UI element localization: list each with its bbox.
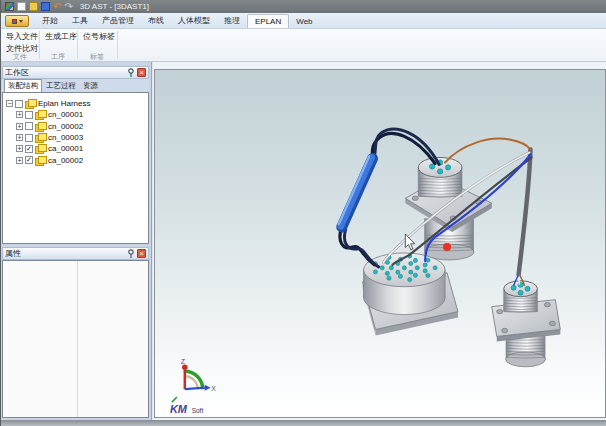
collapse-icon[interactable]: − [6, 100, 13, 107]
close-icon[interactable]: × [137, 68, 146, 77]
tab-eplan[interactable]: EPLAN [247, 14, 289, 28]
assembly-tree: − Eplan Harness + cn_00001 + [2, 92, 149, 244]
left-dock: 工作区 × 装配结构 工艺过程 资源 − Eplan Harness [1, 62, 152, 420]
tree-label: Eplan Harness [38, 99, 90, 108]
checkbox[interactable]: ✓ [25, 145, 33, 153]
axis-x-arrow [185, 388, 205, 389]
column-divider [77, 261, 78, 417]
properties-panel: 属性 × [2, 247, 149, 418]
part-icon [25, 99, 36, 108]
properties-panel-title: 属性 [5, 248, 125, 259]
tree-row[interactable]: + cn_00002 [3, 121, 148, 132]
checkbox[interactable] [15, 100, 23, 108]
tree-row-root[interactable]: − Eplan Harness [3, 98, 148, 109]
workspace-panel-header: 工作区 × [2, 66, 149, 79]
expand-icon[interactable]: + [16, 145, 23, 152]
tree-row[interactable]: + cn_00001 [3, 109, 148, 120]
expand-icon[interactable]: + [16, 123, 23, 130]
window-title: 3D AST - [3DAST1] [80, 2, 149, 11]
chevron-down-icon [19, 20, 23, 23]
ribbon-tab-bar: 开始 工具 产品管理 布线 人体模型 推理 EPLAN Web [1, 13, 606, 29]
tag-label-button[interactable]: 位号标签 [80, 30, 118, 43]
group-label-process: 工序 [39, 52, 77, 62]
tree-row[interactable]: + ✓ ca_00001 [3, 143, 148, 154]
expand-icon[interactable]: + [16, 157, 23, 164]
ribbon-body: 导入文件 文件比对 生成工序 位号标签 文件 工序 标签 [1, 29, 606, 62]
workspace-tabs: 装配结构 工艺过程 资源 [2, 79, 149, 92]
tab-tools[interactable]: 工具 [65, 13, 95, 28]
checkbox[interactable]: ✓ [25, 156, 33, 164]
undo-icon[interactable]: ↶ [53, 2, 61, 11]
tab-resources[interactable]: 资源 [80, 80, 101, 92]
part-icon [35, 110, 46, 119]
part-icon [35, 133, 46, 142]
tab-human-model[interactable]: 人体模型 [171, 13, 217, 28]
axis-z-label: Z [181, 358, 186, 365]
part-icon [35, 122, 46, 131]
save-icon[interactable] [41, 2, 50, 11]
tab-reasoning[interactable]: 推理 [217, 13, 247, 28]
app-icon [5, 2, 14, 11]
redo-icon[interactable]: ↷ [64, 2, 72, 11]
logo-km: KM [170, 403, 188, 415]
window-bottom-edge [1, 420, 606, 426]
part-icon [35, 144, 46, 153]
cable-wire-white [519, 275, 520, 285]
tree-label: cn_00003 [48, 133, 83, 142]
workspace-panel-title: 工作区 [5, 67, 125, 78]
client-area: 工作区 × 装配结构 工艺过程 资源 − Eplan Harness [1, 62, 606, 420]
properties-panel-header: 属性 × [2, 247, 149, 260]
axis-z-ball [182, 365, 188, 371]
tab-start[interactable]: 开始 [35, 13, 65, 28]
tree-label: cn_00001 [48, 110, 83, 119]
part-icon [35, 156, 46, 165]
app-menu-icon [12, 19, 17, 24]
pin-icon[interactable] [127, 68, 135, 78]
tab-product-management[interactable]: 产品管理 [95, 13, 141, 28]
expand-icon[interactable]: + [16, 111, 23, 118]
tree-label: cn_00002 [48, 122, 83, 131]
tab-assembly-structure[interactable]: 装配结构 [4, 79, 42, 92]
group-label-tag: 标签 [77, 52, 117, 62]
close-icon[interactable]: × [137, 249, 146, 258]
group-label-file: 文件 [1, 52, 39, 62]
viewport-frame: Z X KM Soft [154, 69, 606, 418]
title-bar: ↶ ↷ 3D AST - [3DAST1] [1, 0, 606, 13]
checkbox[interactable] [25, 111, 33, 119]
app-menu-button[interactable] [5, 15, 29, 27]
tab-process[interactable]: 工艺过程 [43, 80, 79, 92]
logo-soft: Soft [192, 407, 204, 414]
workspace-panel: 工作区 × 装配结构 工艺过程 资源 − Eplan Harness [2, 66, 149, 244]
ribbon-separator [117, 31, 118, 59]
tab-web[interactable]: Web [289, 15, 319, 28]
app-window: ↶ ↷ 3D AST - [3DAST1] 开始 工具 产品管理 布线 人体模型… [0, 0, 606, 426]
open-folder-icon[interactable] [29, 2, 38, 11]
expand-icon[interactable]: + [16, 134, 23, 141]
tree-label: ca_00001 [48, 144, 83, 153]
properties-grid [2, 260, 149, 418]
new-document-icon[interactable] [17, 2, 26, 11]
viewport-area: Z X KM Soft [153, 62, 606, 420]
tree-row[interactable]: + ✓ ca_00002 [3, 154, 148, 165]
pin-icon[interactable] [127, 249, 135, 259]
red-marker-dot [443, 243, 451, 251]
checkbox[interactable] [25, 122, 33, 130]
tab-wiring[interactable]: 布线 [141, 13, 171, 28]
checkbox[interactable] [25, 134, 33, 142]
tree-row[interactable]: + cn_00003 [3, 132, 148, 143]
tree-label: ca_00002 [48, 156, 83, 165]
generate-process-button[interactable]: 生成工序 [42, 30, 80, 43]
3d-canvas[interactable]: Z X KM Soft [155, 70, 605, 417]
axis-x-label: X [211, 385, 216, 392]
